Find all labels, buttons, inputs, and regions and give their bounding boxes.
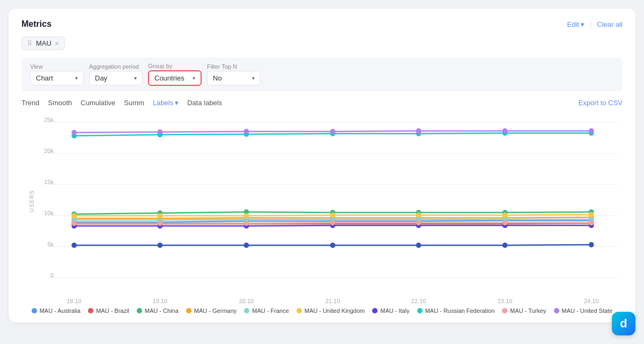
svg-point-69	[71, 243, 77, 248]
svg-point-75	[589, 242, 594, 247]
drag-handle-icon: ⠿	[27, 40, 33, 47]
card-header: Metrics Edit ▾ | Clear all	[21, 19, 623, 29]
svg-point-68	[589, 128, 594, 134]
svg-point-65	[330, 129, 336, 134]
svg-point-37	[330, 213, 336, 218]
legend-label-usa: MAU - United State	[562, 308, 613, 314]
group-by-control: Group by Countries ▾	[148, 63, 202, 86]
svg-point-67	[502, 128, 508, 134]
filter-select[interactable]: No ▾	[207, 71, 261, 85]
svg-point-74	[502, 243, 508, 248]
svg-point-36	[244, 213, 249, 218]
view-label: View	[30, 63, 84, 70]
svg-point-73	[416, 243, 421, 248]
legend-label-italy: MAU - Italy	[380, 308, 409, 314]
view-control: View Chart ▾	[30, 63, 84, 85]
legend-item-france: MAU - France	[244, 308, 288, 314]
x-tick-2410: 24.10	[584, 298, 599, 304]
edit-button[interactable]: Edit ▾	[567, 20, 584, 28]
export-csv-button[interactable]: Export to CSV	[579, 99, 623, 107]
header-actions: Edit ▾ | Clear all	[567, 20, 623, 28]
smooth-button[interactable]: Smooth	[48, 99, 72, 107]
chevron-down-icon: ▾	[193, 75, 195, 81]
clear-all-button[interactable]: Clear all	[597, 20, 623, 28]
legend-label-china: MAU - China	[145, 308, 179, 314]
view-select[interactable]: Chart ▾	[30, 71, 84, 85]
svg-point-38	[416, 213, 421, 218]
filter-label: Filter Top N	[207, 63, 261, 70]
legend-color-germany	[186, 308, 191, 313]
legend-color-china	[137, 308, 142, 313]
svg-point-71	[244, 243, 249, 248]
remove-metric-button[interactable]: ×	[55, 40, 59, 47]
svg-point-70	[158, 243, 163, 248]
svg-point-39	[502, 213, 508, 218]
legend-item-brazil: MAU - Brazil	[88, 308, 129, 314]
metrics-card: Metrics Edit ▾ | Clear all ⠿ MAU × View …	[9, 9, 635, 323]
cumulative-button[interactable]: Cumulative	[80, 99, 115, 107]
x-tick-2010: 20.10	[239, 298, 254, 304]
metric-tag-label: MAU	[36, 39, 51, 47]
svg-point-55	[71, 221, 77, 226]
svg-point-57	[244, 221, 249, 226]
svg-point-58	[330, 220, 336, 225]
x-tick-1810: 18.10	[66, 298, 82, 304]
x-tick-2110: 21.10	[325, 298, 340, 304]
legend-color-uk	[297, 308, 302, 313]
aggregation-select[interactable]: Day ▾	[89, 71, 143, 85]
legend-color-france	[244, 308, 249, 313]
chevron-down-icon: ▾	[75, 75, 78, 81]
x-tick-2310: 23.10	[498, 298, 513, 304]
svg-point-63	[158, 129, 163, 135]
legend-item-turkey: MAU - Turkey	[502, 308, 546, 314]
metric-tags-row: ⠿ MAU ×	[21, 36, 623, 50]
legend-color-usa	[554, 308, 559, 313]
group-by-label: Group by	[148, 63, 202, 69]
chevron-down-icon: ▾	[252, 75, 255, 81]
data-labels-button[interactable]: Data labels	[187, 99, 222, 107]
group-by-select[interactable]: Countries ▾	[148, 70, 202, 86]
legend-item-australia: MAU - Australia	[32, 308, 80, 314]
chart-svg	[48, 111, 617, 283]
svg-point-35	[158, 213, 163, 218]
divider: |	[590, 20, 591, 28]
svg-point-56	[158, 221, 163, 226]
chart-wrapper: USERS 25k 20k 15k 10k 5k 0	[21, 111, 623, 304]
legend-color-italy	[372, 308, 377, 313]
legend-item-china: MAU - China	[137, 308, 179, 314]
trend-button[interactable]: Trend	[21, 99, 39, 107]
svg-point-34	[71, 213, 77, 218]
svg-point-62	[71, 130, 77, 135]
chart-legend: MAU - Australia MAU - Brazil MAU - China…	[21, 308, 623, 314]
y-axis-label: USERS	[29, 190, 35, 213]
x-axis: 18.10 19.10 20.10 21.10 22.10 23.10 24.1…	[48, 288, 617, 304]
aggregation-label: Aggregation period	[89, 63, 143, 70]
svg-point-64	[244, 129, 249, 134]
svg-point-60	[502, 220, 508, 225]
legend-color-turkey	[502, 308, 507, 313]
svg-point-66	[416, 128, 421, 134]
legend-item-russia: MAU - Russian Federation	[417, 308, 495, 314]
chevron-down-icon: ▾	[175, 99, 179, 107]
legend-item-uk: MAU - United Kingdom	[297, 308, 365, 314]
legend-label-brazil: MAU - Brazil	[96, 308, 129, 314]
summ-button[interactable]: Summ	[124, 99, 144, 107]
chevron-down-icon: ▾	[134, 75, 137, 81]
svg-point-40	[589, 212, 594, 217]
mau-metric-tag[interactable]: ⠿ MAU ×	[21, 36, 65, 50]
legend-label-russia: MAU - Russian Federation	[425, 308, 495, 314]
legend-item-germany: MAU - Germany	[186, 308, 236, 314]
card-title: Metrics	[21, 19, 51, 29]
svg-point-59	[416, 220, 421, 225]
legend-color-russia	[417, 308, 423, 313]
aggregation-control: Aggregation period Day ▾	[89, 63, 143, 85]
brand-logo: d	[612, 312, 635, 335]
legend-color-brazil	[88, 308, 93, 313]
legend-item-italy: MAU - Italy	[372, 308, 409, 314]
x-tick-1910: 19.10	[153, 298, 168, 304]
legend-label-uk: MAU - United Kingdom	[305, 308, 365, 314]
legend-color-australia	[32, 308, 37, 313]
legend-label-turkey: MAU - Turkey	[510, 308, 546, 314]
filter-control: Filter Top N No ▾	[207, 63, 261, 85]
labels-dropdown[interactable]: Labels ▾	[153, 99, 179, 107]
